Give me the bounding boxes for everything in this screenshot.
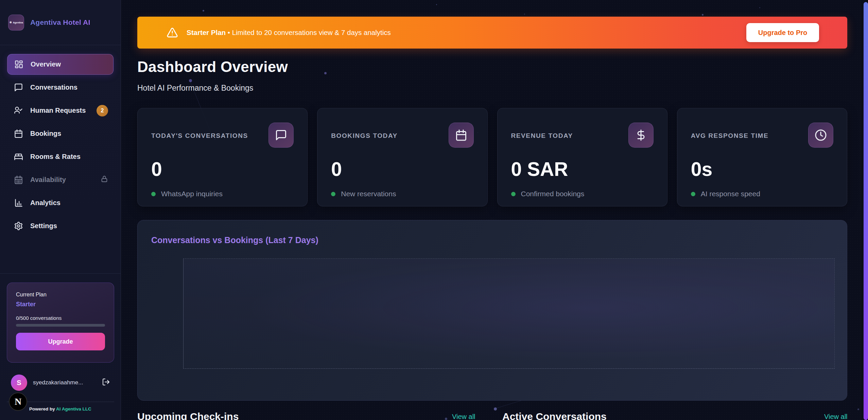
sidebar-item-label: Human Requests <box>30 107 86 114</box>
stat-value: 0 <box>151 158 294 180</box>
status-dot <box>691 192 695 196</box>
upgrade-to-pro-button[interactable]: Upgrade to Pro <box>746 23 819 42</box>
warning-icon <box>167 27 178 38</box>
plan-limit-banner: Starter Plan • Limited to 20 conversatio… <box>137 17 847 49</box>
calendar-icon <box>14 129 23 138</box>
sidebar-divider <box>0 273 121 274</box>
stat-value: 0s <box>691 158 833 180</box>
stat-caption: Confirmed bookings <box>521 190 585 198</box>
sidebar-item-label: Conversations <box>30 84 77 91</box>
usage-progress-bar <box>16 324 105 327</box>
stat-card-conversations: TODAY'S CONVERSATIONS 0 WhatsApp inquiri… <box>137 108 308 206</box>
page-title: Dashboard Overview <box>137 58 288 75</box>
clock-icon <box>808 123 833 148</box>
sidebar-item-conversations[interactable]: Conversations <box>7 77 114 98</box>
section-title-upcoming-checkins: Upcoming Check-ins <box>137 411 239 420</box>
sidebar-header: ✳ Agentiva Agentiva Hotel AI <box>0 0 121 45</box>
sidebar-item-label: Settings <box>30 222 57 230</box>
stat-caption: WhatsApp inquiries <box>161 190 223 198</box>
nextjs-badge[interactable]: N <box>9 392 27 411</box>
chat-bubble-icon <box>14 83 23 92</box>
bar-chart-icon <box>14 198 23 207</box>
stats-row: TODAY'S CONVERSATIONS 0 WhatsApp inquiri… <box>137 108 847 206</box>
stat-value: 0 <box>331 158 473 180</box>
agentiva-llc-link[interactable]: AI Agentiva LLC <box>56 406 91 412</box>
plan-label: Current Plan <box>16 292 105 298</box>
sparkle-icon: ✳ <box>9 21 12 24</box>
section-title-active-conversations: Active Conversations <box>502 411 607 420</box>
gear-icon <box>14 221 23 231</box>
calendar-icon <box>449 123 474 148</box>
sidebar-item-settings[interactable]: Settings <box>7 216 114 236</box>
status-dot <box>151 192 156 196</box>
sidebar-item-label: Overview <box>31 60 61 68</box>
calendar-days-icon <box>14 175 23 184</box>
stat-label: BOOKINGS TODAY <box>331 132 398 140</box>
sidebar-nav: Overview Conversations Human Requests 2 … <box>0 45 121 236</box>
plan-usage: 0/500 conversations <box>16 315 105 321</box>
chart-card: Conversations vs Bookings (Last 7 Days) <box>137 220 847 401</box>
human-requests-badge: 2 <box>97 105 108 116</box>
chart-title: Conversations vs Bookings (Last 7 Days) <box>151 235 318 245</box>
user-check-icon <box>14 106 23 115</box>
sidebar-item-analytics[interactable]: Analytics <box>7 193 114 213</box>
main-content: Starter Plan • Limited to 20 conversatio… <box>121 0 868 420</box>
agentiva-logo: ✳ Agentiva <box>8 15 24 31</box>
sidebar-item-bookings[interactable]: Bookings <box>7 123 114 144</box>
status-dot <box>511 192 516 196</box>
stat-value: 0 SAR <box>511 158 654 180</box>
stat-card-response-time: AVG RESPONSE TIME 0s AI response speed <box>677 108 847 206</box>
sidebar-item-availability[interactable]: Availability <box>7 169 114 190</box>
stat-caption: AI response speed <box>701 190 760 198</box>
sidebar-item-rooms-rates[interactable]: Rooms & Rates <box>7 146 114 167</box>
logo-text: Agentiva <box>13 21 23 24</box>
upgrade-button[interactable]: Upgrade <box>16 333 105 350</box>
view-all-link[interactable]: View all <box>824 413 848 420</box>
banner-plan: Starter Plan <box>187 29 226 36</box>
logout-icon[interactable] <box>102 378 110 387</box>
bed-icon <box>14 152 23 161</box>
sidebar-item-label: Rooms & Rates <box>30 153 81 161</box>
scrollbar-thumb[interactable] <box>864 2 868 420</box>
chat-icon <box>268 123 294 148</box>
plan-name: Starter <box>16 301 105 308</box>
stat-label: TODAY'S CONVERSATIONS <box>151 132 248 140</box>
status-dot <box>331 192 335 196</box>
stat-label: AVG RESPONSE TIME <box>691 132 769 140</box>
lock-icon <box>101 175 108 184</box>
page-subtitle: Hotel AI Performance & Bookings <box>137 84 253 93</box>
dashboard-grid-icon <box>14 60 23 69</box>
banner-message: • Limited to 20 conversations view & 7 d… <box>226 29 391 36</box>
sidebar-item-label: Availability <box>30 176 66 184</box>
stat-caption: New reservations <box>341 190 396 198</box>
sidebar-item-label: Analytics <box>30 199 60 207</box>
chart-plot-area <box>183 258 835 369</box>
sidebar-item-overview[interactable]: Overview <box>7 54 114 75</box>
user-name: syedzakariaahme... <box>33 379 83 386</box>
stat-label: REVENUE TODAY <box>511 132 573 140</box>
sidebar-item-label: Bookings <box>30 130 61 138</box>
current-plan-card: Current Plan Starter 0/500 conversations… <box>7 282 114 363</box>
stat-card-revenue: REVENUE TODAY 0 SAR Confirmed bookings <box>497 108 667 206</box>
banner-text: Starter Plan • Limited to 20 conversatio… <box>187 29 391 37</box>
stat-card-bookings: BOOKINGS TODAY 0 New reservations <box>317 108 487 206</box>
sidebar: ✳ Agentiva Agentiva Hotel AI Overview Co… <box>0 0 121 420</box>
dollar-icon <box>628 123 654 148</box>
sidebar-item-human-requests[interactable]: Human Requests 2 <box>7 100 114 121</box>
scrollbar-track[interactable] <box>861 0 868 420</box>
brand-title: Agentiva Hotel AI <box>30 18 90 26</box>
avatar: S <box>11 375 27 391</box>
powered-by: Powered by AI Agentiva LLC <box>29 406 91 412</box>
user-row: S syedzakariaahme... <box>11 375 110 391</box>
view-all-link[interactable]: View all <box>452 413 475 420</box>
